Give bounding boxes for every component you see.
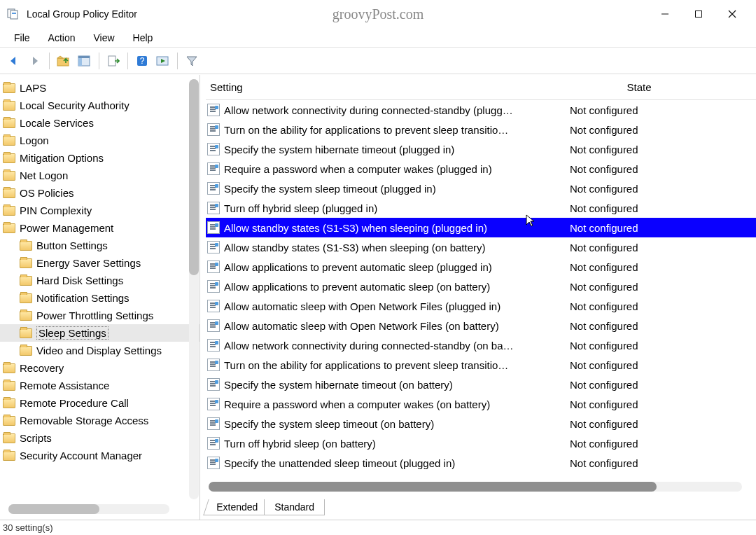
toolbar-separator bbox=[177, 53, 178, 69]
tree-item[interactable]: Video and Display Settings bbox=[0, 342, 200, 359]
policy-icon bbox=[207, 162, 220, 175]
svg-rect-11 bbox=[108, 56, 115, 66]
policy-icon bbox=[207, 260, 220, 273]
menu-action[interactable]: Action bbox=[40, 30, 84, 46]
minimize-button[interactable] bbox=[648, 0, 682, 28]
tree-item[interactable]: Logon bbox=[0, 132, 200, 149]
policy-icon bbox=[207, 437, 220, 450]
setting-row[interactable]: Specify the system hibernate timeout (pl… bbox=[206, 139, 756, 159]
folder-icon bbox=[3, 136, 15, 146]
tree-item[interactable]: LAPS bbox=[0, 79, 200, 97]
setting-row[interactable]: Allow standby states (S1-S3) when sleepi… bbox=[206, 218, 756, 237]
tree-item[interactable]: Security Account Manager bbox=[0, 447, 200, 464]
setting-row[interactable]: Allow applications to prevent automatic … bbox=[206, 277, 756, 296]
setting-row[interactable]: Turn off hybrid sleep (on battery)Not co… bbox=[206, 433, 756, 453]
menu-file[interactable]: File bbox=[6, 30, 38, 46]
tree-item[interactable]: Power Management bbox=[0, 219, 200, 237]
tree-item-label: Remote Assistance bbox=[20, 380, 109, 391]
show-hide-tree-button[interactable] bbox=[75, 51, 94, 71]
filter-button[interactable] bbox=[182, 51, 202, 71]
setting-row[interactable]: Allow applications to prevent automatic … bbox=[206, 257, 756, 277]
close-button[interactable] bbox=[715, 0, 749, 28]
setting-state: Not configured bbox=[566, 261, 638, 273]
play-button[interactable] bbox=[153, 51, 173, 71]
up-level-button[interactable] bbox=[54, 51, 74, 71]
tree-item[interactable]: Recovery bbox=[0, 359, 200, 377]
back-button[interactable] bbox=[4, 51, 24, 71]
maximize-button[interactable] bbox=[682, 0, 715, 28]
tree-item-label: Power Throttling Settings bbox=[36, 310, 153, 321]
tree-item[interactable]: OS Policies bbox=[0, 184, 200, 202]
tree-item[interactable]: PIN Complexity bbox=[0, 202, 200, 219]
folder-icon bbox=[3, 398, 15, 408]
tree-pane: LAPSLocal Security AuthorityLocale Servi… bbox=[0, 75, 200, 520]
tree-item-label: Mitigation Options bbox=[20, 152, 104, 164]
tree-item[interactable]: Notification Settings bbox=[0, 289, 200, 307]
setting-name: Turn on the ability for applications to … bbox=[224, 124, 566, 136]
tree-item-label: Scripts bbox=[20, 432, 52, 444]
tree-item[interactable]: Scripts bbox=[0, 429, 200, 447]
setting-row[interactable]: Specify the unattended sleep timeout (pl… bbox=[206, 453, 756, 473]
setting-row[interactable]: Allow automatic sleep with Open Network … bbox=[206, 316, 756, 335]
help-button[interactable]: ? bbox=[132, 51, 152, 71]
tree-item[interactable]: Locale Services bbox=[0, 114, 200, 132]
tree-item[interactable]: Remote Assistance bbox=[0, 377, 200, 394]
folder-icon bbox=[3, 433, 15, 443]
setting-row[interactable]: Turn on the ability for applications to … bbox=[206, 355, 756, 375]
menu-help[interactable]: Help bbox=[125, 30, 162, 46]
tab-extended[interactable]: Extended bbox=[203, 499, 271, 515]
tree-item-label: Energy Saver Settings bbox=[36, 257, 141, 269]
folder-icon bbox=[3, 206, 15, 216]
content-horizontal-scrollbar[interactable] bbox=[209, 482, 742, 492]
menu-view[interactable]: View bbox=[85, 30, 122, 46]
setting-row[interactable]: Require a password when a computer wakes… bbox=[206, 394, 756, 414]
folder-icon bbox=[20, 276, 32, 286]
setting-row[interactable]: Allow network connectivity during connec… bbox=[206, 100, 756, 120]
title-bar: Local Group Policy Editor groovyPost.com bbox=[0, 0, 756, 28]
tree-vertical-scrollbar[interactable] bbox=[189, 79, 199, 499]
folder-icon bbox=[20, 258, 32, 268]
tree-item[interactable]: Hard Disk Settings bbox=[0, 272, 200, 289]
tree-item[interactable]: Energy Saver Settings bbox=[0, 254, 200, 272]
tree-item-label: Notification Settings bbox=[36, 292, 130, 304]
setting-row[interactable]: Specify the system sleep timeout (on bat… bbox=[206, 414, 756, 433]
tree-item-label: Sleep Settings bbox=[36, 326, 108, 340]
tree-item[interactable]: Local Security Authority bbox=[0, 97, 200, 114]
folder-icon bbox=[3, 83, 15, 93]
tree-item[interactable]: Mitigation Options bbox=[0, 149, 200, 167]
folder-icon bbox=[3, 363, 15, 373]
policy-icon bbox=[207, 221, 220, 234]
setting-row[interactable]: Allow standby states (S1-S3) when sleepi… bbox=[206, 237, 756, 257]
tree-item-label: Recovery bbox=[20, 362, 64, 374]
tree-item[interactable]: Button Settings bbox=[0, 237, 200, 254]
forward-button[interactable] bbox=[25, 51, 45, 71]
setting-name: Allow applications to prevent automatic … bbox=[224, 281, 566, 293]
tree-item[interactable]: Sleep Settings bbox=[0, 324, 200, 342]
policy-icon bbox=[207, 300, 220, 312]
setting-row[interactable]: Turn on the ability for applications to … bbox=[206, 120, 756, 139]
setting-row[interactable]: Require a password when a computer wakes… bbox=[206, 159, 756, 179]
setting-row[interactable]: Specify the system hibernate timeout (on… bbox=[206, 375, 756, 394]
setting-row[interactable]: Turn off hybrid sleep (plugged in)Not co… bbox=[206, 198, 756, 218]
app-icon bbox=[7, 8, 20, 20]
watermark: groovyPost.com bbox=[332, 6, 424, 22]
folder-icon bbox=[3, 223, 15, 233]
svg-rect-2 bbox=[12, 13, 16, 14]
column-state[interactable]: State bbox=[564, 81, 756, 93]
tree-item[interactable]: Removable Storage Access bbox=[0, 412, 200, 429]
tree-item[interactable]: Remote Procedure Call bbox=[0, 394, 200, 412]
column-setting[interactable]: Setting bbox=[206, 81, 564, 93]
tab-standard[interactable]: Standard bbox=[264, 499, 325, 515]
setting-row[interactable]: Allow network connectivity during connec… bbox=[206, 335, 756, 355]
tree-item[interactable]: Power Throttling Settings bbox=[0, 307, 200, 324]
export-list-button[interactable] bbox=[104, 51, 123, 71]
setting-row[interactable]: Allow automatic sleep with Open Network … bbox=[206, 296, 756, 316]
folder-icon bbox=[3, 153, 15, 163]
tree-horizontal-scrollbar[interactable] bbox=[8, 504, 169, 514]
setting-row[interactable]: Specify the system sleep timeout (plugge… bbox=[206, 179, 756, 198]
setting-name: Specify the system hibernate timeout (on… bbox=[224, 379, 566, 391]
folder-icon bbox=[3, 118, 15, 128]
tree-item-label: Remote Procedure Call bbox=[20, 397, 129, 409]
tree-item[interactable]: Net Logon bbox=[0, 167, 200, 184]
setting-state: Not configured bbox=[566, 438, 638, 450]
